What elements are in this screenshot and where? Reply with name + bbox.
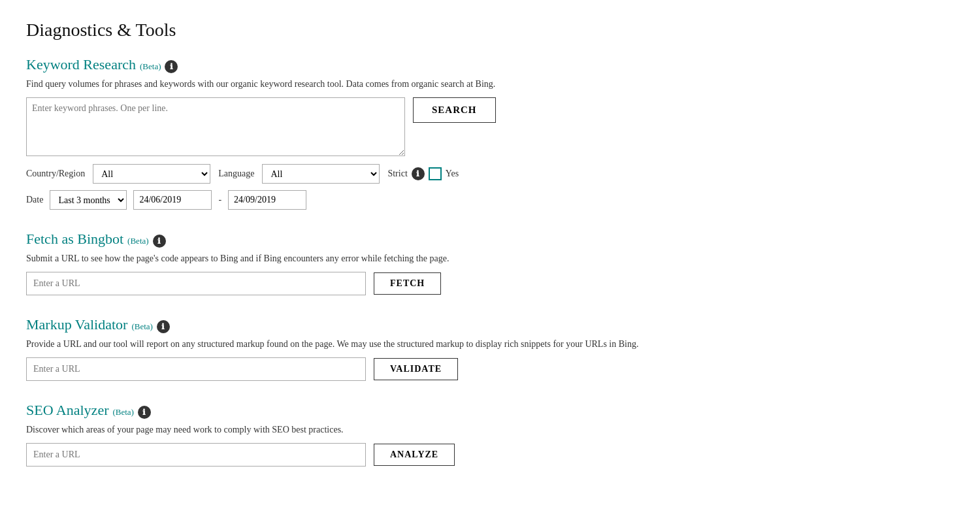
seo-analyzer-title: SEO Analyzer (26, 402, 108, 419)
markup-validator-beta: (Beta) (131, 321, 152, 332)
fetch-button[interactable]: FETCH (374, 272, 441, 295)
date-label: Date (26, 195, 43, 205)
fetch-url-input[interactable] (26, 272, 366, 295)
analyze-button[interactable]: ANALYZE (374, 444, 455, 466)
fetch-as-bingbot-heading: Fetch as Bingbot (Beta) ℹ (26, 231, 954, 248)
country-region-select[interactable]: All (93, 164, 210, 184)
date-to-input[interactable] (228, 190, 306, 210)
keyword-research-info-icon[interactable]: ℹ (165, 60, 178, 73)
keyword-research-section: Keyword Research (Beta) ℹ Find query vol… (26, 56, 954, 210)
markup-validator-description: Provide a URL and our tool will report o… (26, 337, 954, 351)
seo-analyzer-heading: SEO Analyzer (Beta) ℹ (26, 402, 954, 419)
fetch-url-row: FETCH (26, 272, 954, 295)
language-select[interactable]: All (262, 164, 380, 184)
strict-yes-label: Yes (446, 169, 459, 179)
markup-validator-info-icon[interactable]: ℹ (157, 320, 170, 333)
keyword-filters-row: Country/Region All Language All Strict ℹ… (26, 164, 954, 184)
validate-url-input[interactable] (26, 357, 366, 381)
keyword-research-description: Find query volumes for phrases and keywo… (26, 77, 954, 91)
keyword-research-input-area: SEARCH (26, 97, 954, 156)
date-row: Date Last 3 months - (26, 190, 954, 210)
keyword-research-heading: Keyword Research (Beta) ℹ (26, 56, 954, 73)
seo-analyzer-beta: (Beta) (112, 407, 133, 418)
strict-group: Strict ℹ Yes (387, 167, 459, 180)
strict-info-icon[interactable]: ℹ (412, 167, 425, 180)
strict-label: Strict (387, 169, 407, 179)
validate-button[interactable]: VALIDATE (374, 358, 458, 380)
validate-url-row: VALIDATE (26, 357, 954, 381)
keyword-research-beta: (Beta) (140, 61, 161, 72)
fetch-as-bingbot-description: Submit a URL to see how the page's code … (26, 252, 954, 265)
analyze-url-row: ANALYZE (26, 443, 954, 467)
markup-validator-title: Markup Validator (26, 316, 127, 333)
date-range-select[interactable]: Last 3 months (50, 190, 127, 210)
keyword-research-title: Keyword Research (26, 56, 136, 73)
date-from-input[interactable] (133, 190, 212, 210)
fetch-as-bingbot-title: Fetch as Bingbot (26, 231, 123, 248)
keyword-input[interactable] (26, 97, 405, 156)
seo-analyzer-description: Discover which areas of your page may ne… (26, 423, 954, 436)
fetch-as-bingbot-beta: (Beta) (127, 236, 148, 246)
seo-analyzer-info-icon[interactable]: ℹ (138, 406, 151, 419)
strict-checkbox[interactable] (429, 167, 442, 180)
markup-validator-section: Markup Validator (Beta) ℹ Provide a URL … (26, 316, 954, 381)
markup-validator-heading: Markup Validator (Beta) ℹ (26, 316, 954, 333)
page-title: Diagnostics & Tools (26, 20, 954, 41)
date-separator: - (218, 195, 221, 205)
seo-analyzer-section: SEO Analyzer (Beta) ℹ Discover which are… (26, 402, 954, 467)
country-region-label: Country/Region (26, 169, 85, 179)
language-label: Language (218, 169, 254, 179)
fetch-as-bingbot-info-icon[interactable]: ℹ (153, 235, 166, 248)
fetch-as-bingbot-section: Fetch as Bingbot (Beta) ℹ Submit a URL t… (26, 231, 954, 295)
analyze-url-input[interactable] (26, 443, 366, 467)
keyword-search-button[interactable]: SEARCH (413, 97, 496, 123)
